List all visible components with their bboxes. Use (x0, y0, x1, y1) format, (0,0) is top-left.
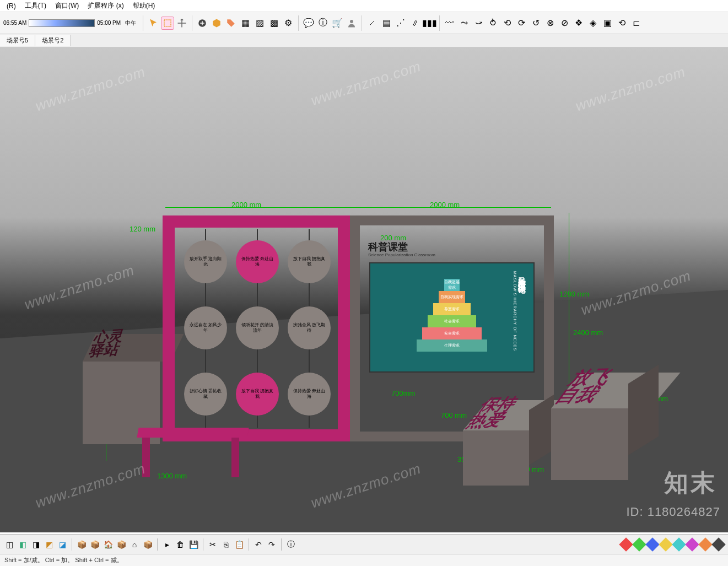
redo-icon[interactable]: ↷ (266, 538, 278, 551)
time-end: 05:00 PM (97, 20, 121, 26)
undo-icon[interactable]: ↶ (252, 538, 265, 551)
cube-icon[interactable]: ▣ (601, 17, 614, 30)
pkg1-icon[interactable]: 📦 (76, 538, 88, 551)
iso4-icon[interactable]: ◩ (43, 538, 55, 551)
menu-r[interactable]: (R) (2, 1, 20, 11)
bottom-toolbar: ◫ ◧ ◨ ◩ ◪ 📦 📦 🏠 📦 ⌂ 📦 ▸ 🗑 💾 ✂ ⎘ 📋 ↶ ↷ ⓘ (0, 534, 728, 554)
axis-o-icon[interactable] (699, 538, 711, 551)
maslow-pyramid: 自我超越需求 自我实现需求 尊重需求 社会需求 安全需求 生理需求 (413, 279, 490, 356)
axis-b-icon[interactable] (646, 538, 659, 551)
home2-icon[interactable]: ⌂ (128, 538, 141, 551)
select-icon[interactable] (147, 17, 160, 30)
iso5-icon[interactable]: ◪ (56, 538, 68, 551)
curve1-icon[interactable]: 〰 (443, 17, 456, 30)
cut-icon[interactable]: ✂ (207, 538, 219, 551)
axis-k-icon[interactable] (713, 538, 725, 551)
sandbox3-icon[interactable]: ⋰ (394, 17, 407, 30)
watermark: www.znzmo.com (33, 63, 147, 115)
help-icon[interactable]: ⓘ (285, 538, 297, 551)
maslow-en: MASLOW'S HIERARCHY OF NEEDS (513, 271, 517, 351)
menu-window[interactable]: 窗口(W) (51, 0, 83, 12)
display-screen: 马斯洛需求层次理论 MASLOW'S HIERARCHY OF NEEDS 自我… (369, 262, 535, 373)
lasso-icon[interactable] (161, 17, 174, 30)
scene-tab-2[interactable]: 场景号2 (35, 35, 71, 46)
comment-icon[interactable]: 💬 (302, 17, 315, 30)
dim-120: 120 mm (130, 225, 155, 233)
iso3-icon[interactable]: ◨ (30, 538, 42, 551)
bracket-icon[interactable]: ⊏ (629, 17, 643, 30)
axis-c-icon[interactable] (673, 538, 685, 551)
tag-icon[interactable] (224, 17, 238, 30)
curve7-icon[interactable]: ↺ (529, 17, 542, 30)
curve6-icon[interactable]: ⟳ (515, 17, 528, 30)
add-icon[interactable] (196, 17, 209, 30)
sandbox4-icon[interactable]: ⫽ (408, 17, 422, 30)
maslow-cn: 马斯洛需求层次理论 (517, 271, 527, 281)
cart-icon[interactable]: 🛒 (331, 17, 344, 30)
watermark: www.znzmo.com (309, 58, 423, 110)
layers1-icon[interactable]: ❖ (572, 17, 585, 30)
time-noon: 中午 (125, 19, 136, 27)
info-icon[interactable]: ⓘ (316, 17, 330, 30)
cube-keep-love: 保持热爱 (463, 400, 546, 486)
circle-card: 永远自在 如风少年 (184, 306, 227, 349)
time-slider[interactable]: 06:55 AM 05:00 PM (3, 19, 121, 27)
time-start: 06:55 AM (3, 20, 26, 26)
circle-card: 倾听花开 的清淡流年 (236, 306, 279, 349)
grid3-icon[interactable]: ▩ (267, 17, 281, 30)
circle-card: 折好心情 妥帖收藏 (184, 373, 227, 416)
curve5-icon[interactable]: ⟲ (500, 17, 514, 30)
menu-help[interactable]: 帮助(H) (128, 0, 160, 12)
circle-card: 放开双手 迎向阳光 (184, 240, 227, 283)
axis-m-icon[interactable] (686, 538, 698, 551)
user-icon[interactable] (345, 17, 358, 30)
axis-r-icon[interactable] (620, 538, 632, 551)
main-toolbar: 06:55 AM 05:00 PM 中午 ▦ ▨ ▩ ⚙ 💬 ⓘ 🛒 ⟋ ▤ ⋰… (0, 12, 728, 34)
play-icon[interactable]: ▸ (161, 538, 173, 551)
watermark: www.znzmo.com (573, 63, 687, 115)
gear-icon[interactable]: ⚙ (282, 17, 295, 30)
trash-icon[interactable]: 🗑 (174, 538, 186, 551)
curve4-icon[interactable]: ⥁ (486, 17, 499, 30)
pkg4-icon[interactable]: 📦 (142, 538, 154, 551)
home-icon[interactable]: 🏠 (102, 538, 114, 551)
panel-title: 科普课堂 (368, 240, 408, 254)
scene-tab-5[interactable]: 场景号5 (0, 35, 35, 46)
circle-card: 放下自我 拥抱真我 (288, 240, 331, 283)
menu-extensions[interactable]: 扩展程序 (x) (83, 0, 128, 12)
curve2-icon[interactable]: ⤳ (457, 17, 471, 30)
cube-free-self: 放飞自我 (551, 373, 650, 480)
menu-tools[interactable]: 工具(T) (20, 0, 51, 12)
iso1-icon[interactable]: ◫ (3, 538, 15, 551)
brand-watermark: 知末 (664, 467, 717, 499)
pkg2-icon[interactable]: 📦 (89, 538, 101, 551)
save-icon[interactable]: 💾 (187, 538, 199, 551)
curve3-icon[interactable]: ⤻ (472, 17, 485, 30)
model-id: ID: 1180264827 (626, 505, 720, 519)
layers2-icon[interactable]: ◈ (586, 17, 600, 30)
move-icon[interactable] (175, 17, 188, 30)
curve8-icon[interactable]: ⊗ (543, 17, 557, 30)
axis-g-icon[interactable] (633, 538, 645, 551)
copy-icon[interactable]: ⎘ (220, 538, 232, 551)
bars-icon[interactable]: ▮▮▮ (423, 17, 436, 30)
grid1-icon[interactable]: ▦ (239, 17, 252, 30)
paste-icon[interactable]: 📋 (233, 538, 245, 551)
bench (138, 428, 248, 477)
iso2-icon[interactable]: ◧ (17, 538, 29, 551)
svg-rect-0 (164, 20, 171, 26)
box-icon[interactable] (210, 17, 223, 30)
scene-tabs: 场景号5 场景号2 (0, 34, 728, 47)
curve9-icon[interactable]: ⊘ (558, 17, 571, 30)
viewport-3d[interactable]: 2000 mm 2000 mm 120 mm 200 mm 2400 mm 12… (0, 47, 728, 532)
axis-y-icon[interactable] (660, 538, 672, 551)
sandbox2-icon[interactable]: ▤ (380, 17, 393, 30)
panel-subtitle: Science Popularization Classroom (368, 252, 435, 257)
circle-card: 保持热爱 奔赴山海 (288, 373, 331, 416)
circle-card: 保持热爱 奔赴山海 (236, 240, 279, 283)
sandbox1-icon[interactable]: ⟋ (365, 17, 379, 30)
menu-bar: (R) 工具(T) 窗口(W) 扩展程序 (x) 帮助(H) (0, 0, 728, 12)
grid2-icon[interactable]: ▨ (253, 17, 266, 30)
pkg3-icon[interactable]: 📦 (115, 538, 127, 551)
refresh-icon[interactable]: ⟲ (615, 17, 628, 30)
